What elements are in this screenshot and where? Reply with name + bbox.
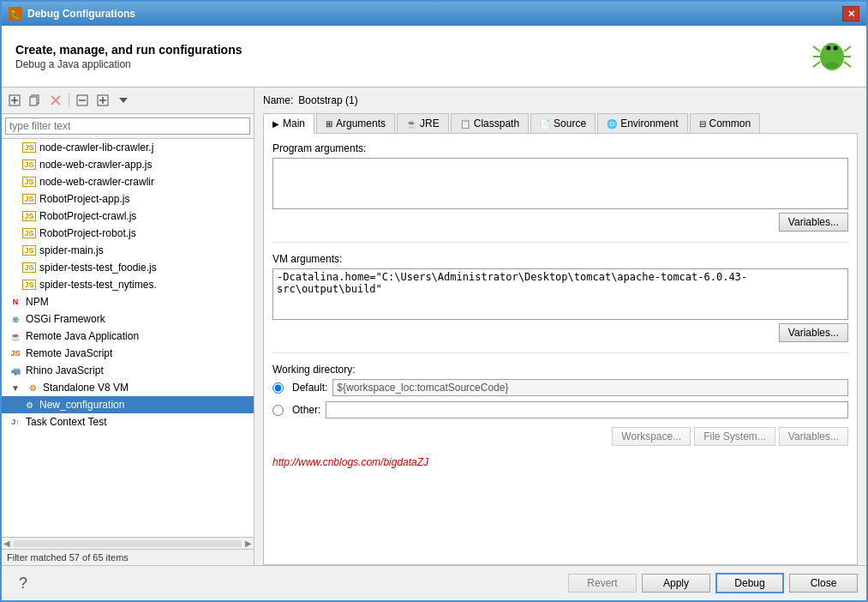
tab-classpath[interactable]: 📋 Classpath <box>451 113 529 133</box>
titlebar-title: Debug Configurations <box>27 8 842 20</box>
workspace-button[interactable]: Workspace... <box>612 427 691 446</box>
tree-item-robot-crawl[interactable]: JS RobotProject-crawl.js <box>2 208 254 225</box>
workdir-variables-button[interactable]: Variables... <box>779 427 848 446</box>
tree-item-label: Rhino JavaScript <box>26 364 104 376</box>
vm-args-label: VM arguments: <box>272 253 848 265</box>
header-text: Create, manage, and run configurations D… <box>15 43 242 70</box>
section-divider-2 <box>272 352 848 353</box>
delete-config-button[interactable] <box>46 91 65 110</box>
tab-common-label: Common <box>709 117 751 129</box>
content-area: JS node-crawler-lib-crawler.j JS node-we… <box>2 87 866 565</box>
tree-item-node-web-crawlir[interactable]: JS node-web-crawler-crawlir <box>2 173 254 190</box>
tab-classpath-label: Classpath <box>474 117 519 129</box>
svg-rect-15 <box>30 97 37 105</box>
program-args-textarea[interactable] <box>272 158 848 209</box>
filter-status: Filter matched 57 of 65 items <box>2 549 254 565</box>
tab-jre[interactable]: ☕ JRE <box>397 113 449 133</box>
tree-item-npm[interactable]: N NPM <box>2 293 254 310</box>
tab-bar: ▶ Main ⊞ Arguments ☕ JRE 📋 Classpath 📄 <box>263 113 858 134</box>
default-radio[interactable] <box>272 382 284 394</box>
svg-marker-23 <box>119 98 128 103</box>
new-config-button[interactable] <box>5 91 24 110</box>
bottom-buttons: ? Revert Apply Debug Close <box>2 565 866 600</box>
tree-item-label: Remote JavaScript <box>26 347 112 359</box>
header-title: Create, manage, and run configurations <box>15 43 242 57</box>
tab-environment-label: Environment <box>620 117 678 129</box>
tree-item-robot-robot[interactable]: JS RobotProject-robot.js <box>2 225 254 242</box>
filter-box <box>2 114 254 139</box>
default-dir-input[interactable] <box>332 379 848 396</box>
tab-main-label: Main <box>283 117 305 129</box>
common-tab-icon: ⊟ <box>699 119 706 129</box>
tree-item-spider-main[interactable]: JS spider-main.js <box>2 242 254 259</box>
filesystem-button[interactable]: File System... <box>694 427 775 446</box>
header-subtitle: Debug a Java application <box>15 58 242 70</box>
program-args-label: Program arguments: <box>272 142 848 154</box>
vm-args-section: VM arguments: -Dcatalina.home="C:\Users\… <box>272 253 848 342</box>
other-radio[interactable] <box>272 405 284 416</box>
tab-common[interactable]: ⊟ Common <box>690 113 761 133</box>
tree-item-remote-java[interactable]: ☕ Remote Java Application <box>2 328 254 345</box>
tree-item-label: spider-tests-test_foodie.js <box>39 262 157 274</box>
tree-item-label: RobotProject-robot.js <box>39 227 136 239</box>
tree-item-spider-nytimes[interactable]: JS spider-tests-test_nytimes. <box>2 276 254 293</box>
tree-item-label: New_configuration <box>39 399 124 411</box>
revert-button[interactable]: Revert <box>568 574 637 593</box>
js-file-icon: JS <box>22 141 36 154</box>
expand-button[interactable] <box>93 91 112 110</box>
svg-point-2 <box>827 46 831 51</box>
svg-point-3 <box>834 46 838 51</box>
tab-arguments[interactable]: ⊞ Arguments <box>316 113 395 133</box>
vm-args-textarea[interactable]: -Dcatalina.home="C:\Users\Administrator\… <box>272 268 848 320</box>
url-text: http://www.cnblogs.com/bigdataZJ <box>272 456 428 468</box>
vm-args-variables-button[interactable]: Variables... <box>779 323 848 342</box>
dropdown-button[interactable] <box>114 91 133 110</box>
tree-item-label: NPM <box>26 296 49 308</box>
js-file-icon: JS <box>22 209 36 223</box>
close-icon[interactable]: ✕ <box>842 6 859 21</box>
filter-input[interactable] <box>5 117 250 135</box>
tab-main[interactable]: ▶ Main <box>263 113 314 134</box>
tree-item-osgi[interactable]: ⊕ OSGi Framework <box>2 310 254 328</box>
close-button[interactable]: Close <box>789 574 858 593</box>
tree-item-node-crawler-lib[interactable]: JS node-crawler-lib-crawler.j <box>2 139 254 156</box>
tree-item-remote-js[interactable]: JS Remote JavaScript <box>2 345 254 362</box>
tree-item-robot-app[interactable]: JS RobotProject-app.js <box>2 190 254 208</box>
config-icon: ⚙ <box>22 398 36 412</box>
program-args-section: Program arguments: Variables... <box>272 142 848 232</box>
tree-item-label: OSGi Framework <box>26 313 105 325</box>
tree-item-label: node-web-crawler-app.js <box>39 159 152 171</box>
working-dir-buttons: Workspace... File System... Variables... <box>272 427 848 446</box>
default-radio-row: Default: <box>272 379 848 396</box>
other-label: Other: <box>292 404 320 416</box>
tree-item-spider-foodie[interactable]: JS spider-tests-test_foodie.js <box>2 259 254 276</box>
working-dir-section: Working directory: Default: Other: Works… <box>272 364 848 446</box>
horizontal-scrollbar[interactable]: ◀ ▶ <box>2 537 254 549</box>
working-dir-label: Working directory: <box>272 364 848 376</box>
tree-item-label: spider-tests-test_nytimes. <box>39 279 157 291</box>
tree-item-label: Remote Java Application <box>26 330 139 342</box>
collapse-button[interactable] <box>73 91 92 110</box>
svg-line-4 <box>813 46 820 51</box>
apply-button[interactable]: Apply <box>642 574 710 593</box>
tree-item-node-web-app[interactable]: JS node-web-crawler-app.js <box>2 156 254 173</box>
tree-item-label: node-crawler-lib-crawler.j <box>39 141 153 154</box>
tab-environment[interactable]: 🌐 Environment <box>597 113 687 133</box>
other-dir-input[interactable] <box>326 401 848 418</box>
tab-content-arguments: Program arguments: Variables... VM argum… <box>263 134 858 565</box>
remote-js-icon: JS <box>9 346 22 360</box>
debug-button[interactable]: Debug <box>715 573 784 593</box>
main-tab-icon: ▶ <box>272 119 279 129</box>
tree-item-task-context[interactable]: J↑ Task Context Test <box>2 413 254 430</box>
program-args-variables-button[interactable]: Variables... <box>779 213 848 232</box>
tree-item-standalone[interactable]: ▼ ⚙ Standalone V8 VM <box>2 379 254 396</box>
expand-triangle-icon: ▼ <box>9 381 22 394</box>
duplicate-config-button[interactable] <box>26 91 45 110</box>
help-icon[interactable]: ? <box>19 575 27 592</box>
rhino-js-icon: 🦏 <box>9 364 22 377</box>
tab-source[interactable]: 📄 Source <box>530 113 596 133</box>
tree-item-new-config[interactable]: ⚙ New_configuration <box>2 396 254 413</box>
tree-item-rhino-js[interactable]: 🦏 Rhino JavaScript <box>2 362 254 379</box>
js-file-icon: JS <box>22 261 36 274</box>
remote-java-icon: ☕ <box>9 329 22 343</box>
